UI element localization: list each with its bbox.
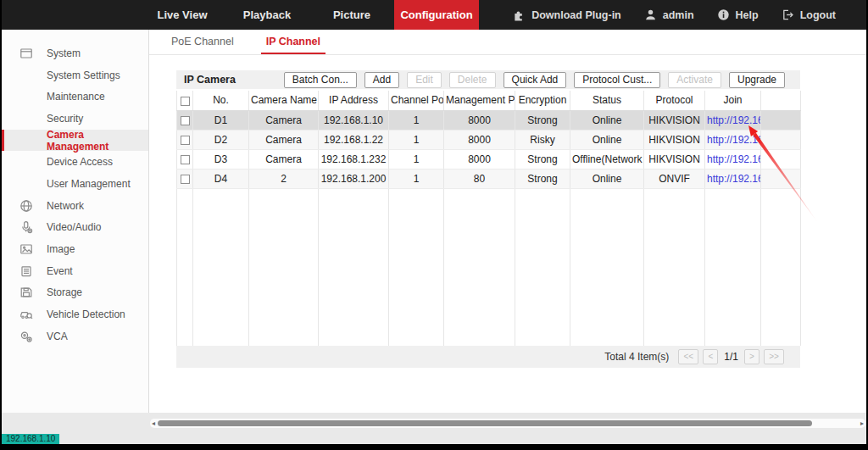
column-header-join: Join [705,91,761,110]
cell-ip: 192.168.1.232 [319,149,389,169]
cell-mgmt-port: 8000 [444,149,515,169]
sidebar-item-camera-management[interactable]: Camera Management [2,130,148,152]
sidebar-item-device-access[interactable]: Device Access [2,151,148,173]
logout-label: Logout [800,9,836,21]
scrollbar-thumb[interactable] [158,420,812,426]
cell-name: Camera [249,130,319,149]
user-menu[interactable]: admin [644,8,694,21]
ip-camera-section: IP Camera Batch Con...AddEditDeleteQuick… [176,70,800,368]
column-header-management-port: Management Port [444,91,515,110]
next-page-button[interactable]: > [744,349,760,364]
protocol-cust-button[interactable]: Protocol Cust... [574,72,660,88]
prev-page-button[interactable]: < [703,349,718,364]
help-label: Help [736,9,759,21]
sidebar-item-network[interactable]: Network [2,195,148,217]
sidebar-item-storage[interactable]: Storage [2,282,148,304]
upgrade-button[interactable]: Upgrade [729,72,785,88]
sidebar: SystemSystem SettingsMaintenanceSecurity… [2,30,149,413]
table-header: No.Camera NameIP AddressChannel PortMana… [177,91,801,110]
last-page-button[interactable]: >> [764,349,784,364]
cell-ip: 192.168.1.200 [319,169,389,188]
help-button[interactable]: Help [717,8,759,21]
select-all-checkbox[interactable] [181,97,190,106]
row-checkbox[interactable] [181,136,190,145]
sidebar-item-image[interactable]: Image [2,238,148,260]
column-header-protocol: Protocol [644,91,705,110]
sidebar-item-video-audio[interactable]: Video/Audio [2,217,148,239]
sidebar-item-user-management[interactable]: User Management [2,173,148,195]
system-icon [19,47,33,60]
row-checkbox[interactable] [181,155,190,164]
cell-no: D3 [193,149,249,169]
tab-ip-channel[interactable]: IP Channel [261,36,326,54]
column-header-ip-address: IP Address [319,91,389,110]
column-header-camera-name: Camera Name [249,91,319,110]
scroll-left-arrow-icon[interactable]: ◂ [152,419,155,427]
sidebar-item-system-settings[interactable]: System Settings [2,64,148,86]
sidebar-item-system[interactable]: System [2,42,148,64]
join-link[interactable]: http://192.16... [707,173,761,185]
nav-tab-playback[interactable]: Playback [225,0,309,30]
download-plugin-button[interactable]: Download Plug-in [513,8,621,21]
join-link[interactable]: http://192.16... [707,134,761,146]
logout-button[interactable]: Logout [782,8,836,21]
content-panel: PoE ChannelIP Channel IP Camera Batch Co… [149,30,866,413]
cell-encryption: Risky [515,130,570,149]
image-icon [19,242,33,256]
quick-add-button[interactable]: Quick Add [504,72,567,88]
cell-channel-port: 1 [389,110,444,130]
sidebar-item-vca[interactable]: VCA [2,325,148,347]
cell-name: Camera [249,149,319,169]
plugin-puzzle-icon [513,8,526,21]
tab-poe-channel[interactable]: PoE Channel [166,36,239,54]
column-header-status: Status [570,91,644,110]
cell-protocol: HIKVISION [644,130,705,149]
event-icon [19,264,33,278]
sidebar-item-label: Video/Audio [47,221,102,233]
delete-button: Delete [449,72,496,88]
sidebar-item-security[interactable]: Security [2,108,148,130]
sidebar-item-label: System [47,47,81,59]
cell-encryption: Strong [515,149,570,169]
cell-no: D4 [193,169,249,188]
cell-encryption: Strong [515,169,570,188]
batch-con-button[interactable]: Batch Con... [284,72,357,88]
cell-empty [761,130,801,149]
nav-tab-configuration[interactable]: Configuration [394,0,479,30]
sidebar-item-label: Image [47,243,75,255]
logout-icon [782,8,794,21]
main-area: SystemSystem SettingsMaintenanceSecurity… [2,30,866,413]
username-label: admin [663,9,694,21]
table-body: D1Camera192.168.1.1018000StrongOnlineHIK… [177,110,801,346]
vca-icon [19,330,33,343]
add-button[interactable]: Add [364,72,399,88]
cell-channel-port: 1 [389,130,444,149]
cell-status: Online [570,130,644,149]
sidebar-item-event[interactable]: Event [2,260,148,282]
total-items-label: Total 4 Item(s) [604,351,669,363]
sidebar-item-label: Device Access [47,156,113,168]
cell-empty [761,149,801,169]
sidebar-item-label: Security [47,113,83,125]
table-row[interactable]: D3Camera192.168.1.23218000StrongOffline(… [177,149,801,169]
sidebar-item-maintenance[interactable]: Maintenance [2,86,148,108]
table-row[interactable]: D2Camera192.168.1.2218000RiskyOnlineHIKV… [177,130,801,149]
column-header-empty [761,91,801,110]
row-checkbox[interactable] [181,116,190,125]
first-page-button[interactable]: << [678,349,698,364]
cell-status: Offline(Network A... [570,149,644,169]
table-row[interactable]: D1Camera192.168.1.1018000StrongOnlineHIK… [177,110,801,130]
sidebar-item-vehicle-detection[interactable]: Vehicle Detection [2,303,148,325]
scroll-right-arrow-icon[interactable]: ▸ [860,419,864,427]
join-link[interactable]: http://192.16... [707,114,761,126]
table-footer: Total 4 Item(s) << < 1/1 > >> [176,346,800,368]
join-link[interactable]: http://192.16... [707,153,761,165]
network-icon [19,199,33,213]
nav-tab-live-view[interactable]: Live View [140,0,225,30]
horizontal-scrollbar[interactable]: ◂ ▸ [150,419,865,428]
sidebar-item-label: User Management [47,178,131,190]
table-row[interactable]: D42192.168.1.200180StrongOnlineONVIFhttp… [177,169,801,188]
row-checkbox[interactable] [181,175,190,184]
nav-tab-picture[interactable]: Picture [309,0,394,30]
info-icon [717,8,730,21]
